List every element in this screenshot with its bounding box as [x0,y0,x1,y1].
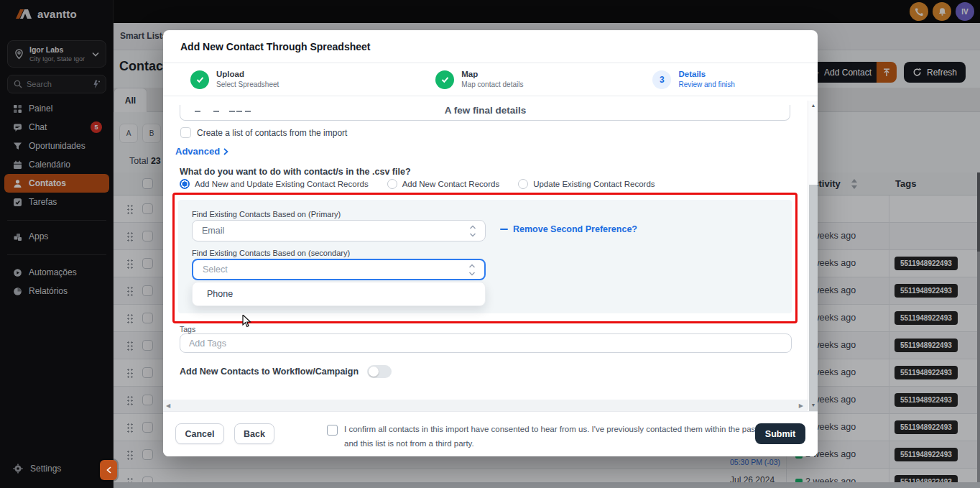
secondary-preference-dropdown: Phone [192,282,486,306]
dedupe-preferences-panel: Find Existing Contacts Based on (Primary… [178,200,792,313]
step-label: Map [461,70,478,78]
step-map[interactable]: MapMap contact details [435,69,523,90]
toggle-knob [369,367,379,377]
modal-vertical-scrollbar[interactable]: ▲ ▼ [808,101,818,410]
radio-update-existing[interactable]: Update Existing Contact Records [518,179,655,189]
check-icon [195,75,205,84]
radio-label: Add New and Update Existing Contact Reco… [195,180,369,188]
scroll-left-icon[interactable]: ◀ [166,402,170,409]
modal-body: A few final details Create a list of con… [163,96,808,400]
dropdown-option-phone[interactable]: Phone [207,289,233,299]
select-chevrons-icon [468,264,476,276]
step-label: Details [678,70,706,78]
step-sub: Map contact details [461,80,523,88]
scrolled-row-remnant [180,105,790,121]
modal-horizontal-scrollbar[interactable]: ◀ ▶ [163,400,808,411]
secondary-preference-label: Find Existing Contacts Based on (seconda… [192,249,350,257]
radio-label: Add New Contact Records [402,180,500,188]
radio-add-and-update[interactable]: Add New and Update Existing Contact Reco… [180,179,369,189]
step-label: Upload [216,70,244,78]
step-sub: Review and finish [678,80,734,88]
consent-text-line1: I confirm all contacts in this import ha… [344,425,778,433]
workflow-row: Add New Contacts to Workflow/Campaign [180,365,392,378]
cancel-button[interactable]: Cancel [175,423,224,444]
modal-header: Add New Contact Through Spreadsheet [163,30,818,63]
tags-label: Tags [180,325,195,333]
check-icon [440,75,450,84]
create-list-checkbox[interactable] [180,127,191,138]
workflow-toggle[interactable] [367,365,392,378]
step-number: 3 [652,70,671,89]
remove-second-preference-label: Remove Second Preference? [513,224,637,234]
remove-second-preference-link[interactable]: Remove Second Preference? [500,224,637,234]
scroll-right-icon[interactable]: ▶ [799,402,803,409]
secondary-preference-select[interactable]: Select [192,259,486,280]
consent-text-line2: and this list is not from a third party. [344,439,474,448]
primary-preference-value: Email [202,226,224,236]
scroll-down-icon[interactable]: ▼ [808,402,818,408]
chevron-right-icon [223,148,228,155]
primary-preference-label: Find Existing Contacts Based on (Primary… [192,210,341,218]
step-details[interactable]: 3 DetailsReview and finish [652,69,734,90]
step-upload[interactable]: UploadSelect Spreadsheet [190,69,279,90]
minus-icon [500,229,508,230]
radio-icon [387,179,397,189]
back-button[interactable]: Back [234,423,274,444]
tags-input[interactable] [180,333,792,353]
radio-add-new[interactable]: Add New Contact Records [387,179,500,189]
consent-checkbox[interactable] [327,425,338,436]
create-list-label: Create a list of contacts from the impor… [197,128,347,138]
step-sub: Select Spreadsheet [216,80,279,88]
radio-selected-icon [180,179,190,189]
modal-footer: Cancel Back I confirm all contacts in th… [163,411,818,456]
radio-icon [518,179,528,189]
scroll-up-icon[interactable]: ▲ [808,103,818,108]
highlight-red-box: Find Existing Contacts Based on (Primary… [172,193,798,323]
import-mode-question: What do you want to do with contact/s in… [180,167,411,177]
modal-title: Add New Contact Through Spreadsheet [180,41,370,52]
submit-button[interactable]: Submit [755,423,805,444]
scrollbar-thumb[interactable] [809,185,818,420]
app-root: IV avantto Igor Labs City Igor, State Ig… [0,0,980,488]
secondary-preference-placeholder: Select [203,264,228,275]
advanced-link[interactable]: Advanced [175,146,228,157]
workflow-label: Add New Contacts to Workflow/Campaign [180,367,359,377]
radio-label: Update Existing Contact Records [533,180,655,188]
select-chevrons-icon [469,225,476,237]
primary-preference-select[interactable]: Email [192,220,486,241]
create-list-option: Create a list of contacts from the impor… [180,127,347,138]
mouse-cursor-icon [242,315,251,331]
advanced-label: Advanced [175,146,220,157]
stepper: UploadSelect Spreadsheet MapMap contact … [163,63,818,96]
step-done-icon [435,70,454,89]
import-mode-options: Add New and Update Existing Contact Reco… [180,179,655,189]
import-contacts-modal: Add New Contact Through Spreadsheet Uplo… [163,30,818,456]
step-done-icon [190,70,209,89]
sidebar-collapse-button[interactable] [100,460,117,480]
chevron-left-icon [106,466,111,474]
